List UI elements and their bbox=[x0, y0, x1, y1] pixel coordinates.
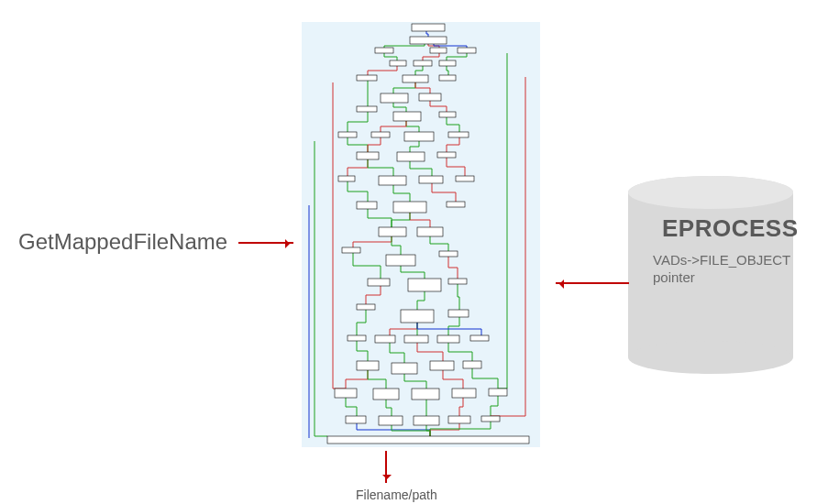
getmappedfilename-label: GetMappedFileName bbox=[18, 229, 227, 255]
eprocess-sub-line2: pointer bbox=[653, 269, 695, 285]
eprocess-title: EPROCESS bbox=[662, 214, 799, 243]
arrow-from-eprocess bbox=[556, 282, 629, 284]
eprocess-sub-line1: VADs->FILE_OBJECT bbox=[653, 252, 790, 268]
arrow-from-getmappedfilename bbox=[238, 242, 293, 244]
eprocess-sub: VADs->FILE_OBJECT pointer bbox=[653, 252, 790, 287]
svg-point-64 bbox=[628, 341, 793, 374]
filename-path-label: Filename/path bbox=[356, 488, 437, 502]
arrow-to-filename bbox=[385, 451, 387, 483]
svg-point-65 bbox=[628, 176, 793, 209]
